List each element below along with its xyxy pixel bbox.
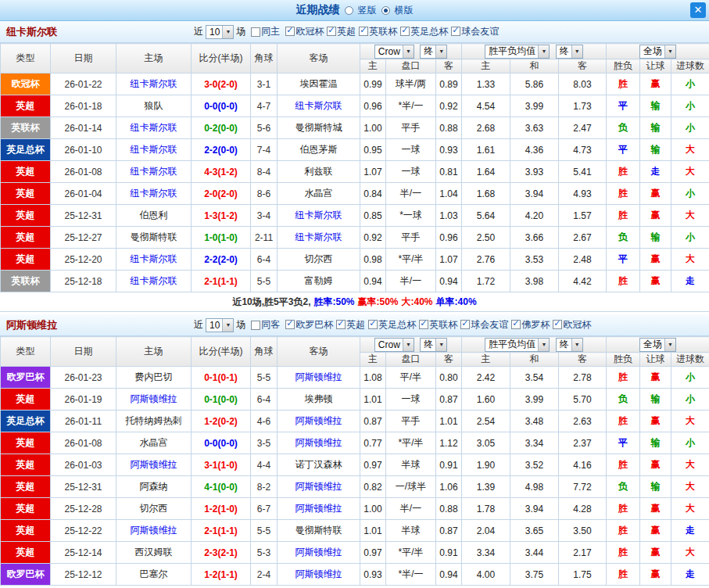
match-row: 英超25-12-27曼彻斯特联1-0(1-0)2-11纽卡斯尔联0.92平手0.… [1,227,709,249]
bookmaker-select[interactable]: Crow▼ [374,45,414,59]
corner-score: 8-6 [251,183,278,205]
avg-select[interactable]: 胜平负均值▼ [485,45,550,59]
odds-away: 1.04 [436,183,462,205]
odds-final-select[interactable]: 终▼ [420,45,447,59]
col-header-avg-away: 客 [559,59,607,74]
scope-select[interactable]: 全场▼ [639,338,676,352]
recent-count-select[interactable]: 10 ▼ [206,318,234,332]
checkbox-checked-icon[interactable] [336,320,346,329]
match-row: 欧罗巴杯25-12-12巴塞尔1-2(1-1)2-4阿斯顿维拉0.93*半/一0… [1,564,709,586]
odds-line: 半/一 [386,183,436,205]
handicap-result: 输 [640,227,671,249]
same-venue-checkbox[interactable]: 同主 [251,25,280,38]
league-checkbox[interactable]: 英联杯 [359,25,397,38]
avg-home: 2.42 [462,367,510,389]
vertical-layout-label[interactable]: 竖版 [358,4,377,17]
bookmaker-select[interactable]: Crow▼ [374,338,414,352]
avg-final-select[interactable]: 终▼ [556,45,583,59]
away-team: 纽卡斯尔联 [278,205,360,227]
outcome-result: 负 [607,389,640,411]
goals-result: 大 [671,454,709,476]
odds-line: 一球 [386,161,436,183]
league-checkbox[interactable]: 英足总杯 [368,318,416,332]
checkbox-checked-icon[interactable] [368,320,378,329]
league-badge: 英超 [1,498,51,520]
league-checkbox[interactable]: 球会友谊 [451,25,499,38]
scope-select[interactable]: 全场▼ [639,45,676,59]
games-suffix-label: 场 [236,318,245,332]
same-venue-checkbox[interactable]: 同客 [251,318,280,332]
avg-away: 2.63 [559,411,607,432]
horizontal-layout-radio[interactable] [381,6,390,15]
league-checkbox-label: 球会友谊 [461,25,499,38]
odds-home: 0.84 [360,183,386,205]
checkbox-unchecked-icon[interactable] [251,27,260,37]
league-checkbox[interactable]: 英超 [336,318,365,332]
avg-away: 1.75 [559,564,607,586]
checkbox-checked-icon[interactable] [451,27,460,36]
odds-away: 0.88 [436,498,462,520]
match-date: 26-01-10 [51,139,116,161]
league-checkbox[interactable]: 欧冠杯 [285,25,324,38]
home-team: 纽卡斯尔联 [116,161,192,183]
checkbox-checked-icon[interactable] [327,27,336,36]
goals-result: 大 [671,139,709,161]
avg-home: 3.34 [462,542,510,564]
outcome-result: 平 [607,139,640,161]
league-checkbox[interactable]: 佛罗杯 [511,318,550,332]
match-date: 25-12-31 [51,476,116,498]
checkbox-checked-icon[interactable] [511,320,521,329]
league-checkbox[interactable]: 英联杯 [419,318,457,332]
outcome-result: 平 [607,432,640,454]
odds-line: *半/一 [386,95,436,117]
col-header-score: 比分(半场) [192,44,251,74]
checkbox-checked-icon[interactable] [553,320,562,329]
match-score: 1-2(0-2) [192,411,251,432]
checkbox-unchecked-icon[interactable] [251,321,260,330]
same-venue-label: 同主 [261,25,280,38]
league-checkbox[interactable]: 球会友谊 [460,318,508,332]
league-checkbox[interactable]: 欧罗巴杯 [285,318,333,332]
col-header-corner: 角球 [251,44,278,74]
avg-away: 2.47 [559,117,607,139]
league-checkbox[interactable]: 欧冠杯 [553,318,591,332]
avg-home: 2.04 [462,520,510,542]
corner-score: 5-5 [251,271,278,292]
handicap-result: 赢 [640,205,671,227]
avg-away: 2.48 [559,249,607,271]
avg-draw: 3.34 [510,432,559,454]
odds-home: 1.01 [360,389,386,411]
home-team: 阿斯顿维拉 [116,454,192,476]
horizontal-layout-label[interactable]: 横版 [395,4,414,17]
odds-final-select[interactable]: 终▼ [420,338,447,352]
checkbox-checked-icon[interactable] [400,27,410,36]
goals-result: 走 [671,271,709,292]
avg-select[interactable]: 胜平负均值▼ [485,338,550,352]
vertical-layout-radio[interactable] [345,6,353,15]
avg-final-select[interactable]: 终▼ [556,338,583,352]
league-checkbox[interactable]: 英足总杯 [400,25,448,38]
match-score: 0-0(0-0) [192,95,251,117]
checkbox-checked-icon[interactable] [359,27,368,36]
outcome-result: 平 [607,95,640,117]
title-bar: 近期战绩 竖版 横版 ✕ [0,0,709,21]
close-icon[interactable]: ✕ [690,2,706,18]
match-score: 2-0(2-0) [192,183,251,205]
match-row: 欧冠杯26-01-22纽卡斯尔联3-0(2-0)3-1埃因霍温0.99球半/两0… [1,74,709,95]
league-checkbox[interactable]: 英超 [327,25,356,38]
handicap-result: 赢 [640,271,671,292]
games-suffix-label: 场 [236,25,245,38]
match-row: 英联杯26-01-14纽卡斯尔联0-2(0-0)5-6曼彻斯特城1.00平手0.… [1,117,709,139]
checkbox-checked-icon[interactable] [285,320,295,329]
odds-home: 0.94 [360,271,386,292]
odds-home: 0.99 [360,74,386,95]
checkbox-checked-icon[interactable] [419,320,428,329]
odds-away: 0.91 [436,454,462,476]
recent-count-select[interactable]: 10 ▼ [206,25,234,39]
col-header-avg-draw: 和 [510,59,559,74]
avg-home: 1.72 [462,271,510,292]
avg-home: 4.54 [462,95,510,117]
checkbox-checked-icon[interactable] [460,320,470,329]
col-header-away: 客场 [278,337,360,367]
checkbox-checked-icon[interactable] [285,27,295,36]
